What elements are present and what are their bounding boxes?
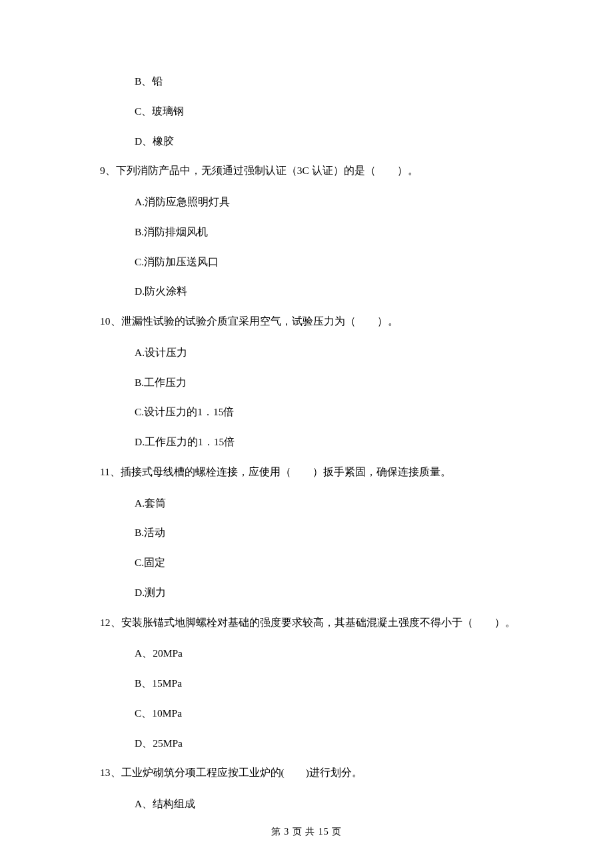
question-11-option-a: A.套筒	[100, 495, 540, 511]
question-12-text: 12、安装胀锚式地脚螺栓对基础的强度要求较高，其基础混凝土强度不得小于（ ）。	[100, 615, 540, 631]
question-9-option-c: C.消防加压送风口	[100, 254, 540, 269]
question-11-option-d: D.测力	[100, 585, 540, 600]
prev-question-option-c: C、玻璃钢	[100, 103, 540, 119]
question-10-option-d: D.工作压力的1．15倍	[100, 434, 540, 449]
page-footer: 第 3 页 共 15 页	[0, 826, 613, 838]
prev-question-option-d: D、橡胶	[100, 133, 540, 149]
question-10-option-a: A.设计压力	[100, 345, 540, 360]
question-12-option-c: C、10MPa	[100, 705, 540, 721]
question-10-text: 10、泄漏性试验的试验介质宜采用空气，试验压力为（ ）。	[100, 313, 540, 330]
question-11-option-c: C.固定	[100, 555, 540, 570]
question-12-option-d: D、25MPa	[100, 735, 540, 751]
question-10-option-c: C.设计压力的1．15倍	[100, 404, 540, 419]
question-13-text: 13、工业炉砌筑分项工程应按工业炉的( )进行划分。	[100, 765, 540, 781]
question-11-text: 11、插接式母线槽的螺栓连接，应使用（ ）扳手紧固，确保连接质量。	[100, 464, 540, 481]
prev-question-option-b: B、铅	[100, 73, 540, 89]
question-9-option-a: A.消防应急照明灯具	[100, 194, 540, 209]
question-13-option-a: A、结构组成	[100, 796, 540, 811]
question-12-option-a: A、20MPa	[100, 645, 540, 661]
question-9-text: 9、下列消防产品中，无须通过强制认证（3C 认证）的是（ ）。	[100, 163, 540, 179]
question-11-option-b: B.活动	[100, 525, 540, 540]
question-9-option-b: B.消防排烟风机	[100, 224, 540, 239]
question-10-option-b: B.工作压力	[100, 375, 540, 390]
question-12-option-b: B、15MPa	[100, 675, 540, 691]
exam-page: B、铅 C、玻璃钢 D、橡胶 9、下列消防产品中，无须通过强制认证（3C 认证）…	[0, 0, 613, 868]
question-9-option-d: D.防火涂料	[100, 283, 540, 299]
